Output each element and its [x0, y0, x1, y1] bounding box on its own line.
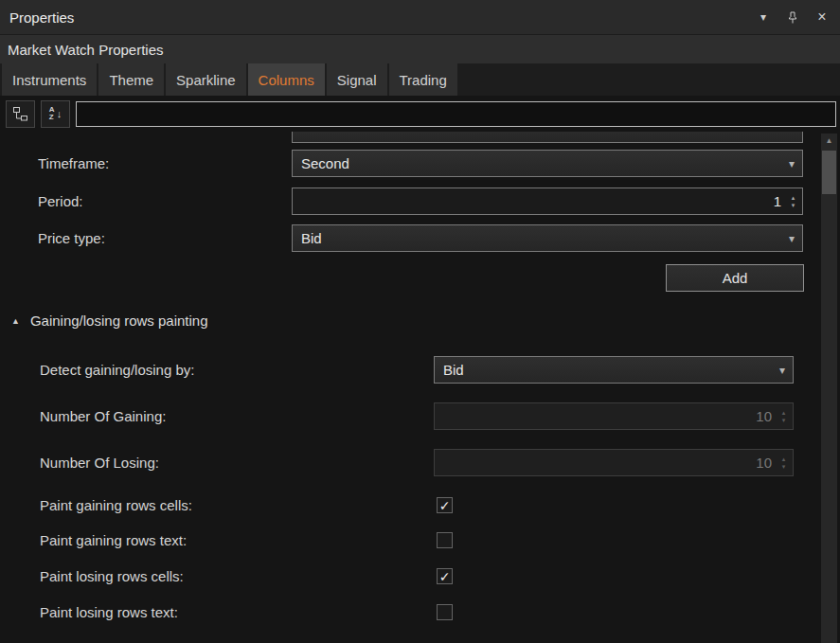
spinner-up-icon: ▴ — [782, 455, 786, 462]
detect-by-label: Detect gaining/losing by: — [40, 356, 194, 384]
spinner-down-icon[interactable]: ▾ — [792, 202, 795, 208]
period-input[interactable]: 1 ▴ ▾ — [292, 188, 803, 215]
price-type-select[interactable]: Bid ▾ — [292, 224, 803, 252]
paint-losing-cells-checkbox[interactable]: ✓ — [437, 568, 453, 584]
scroll-up-arrow[interactable]: ▲ — [821, 134, 837, 149]
check-icon: ✓ — [439, 499, 451, 512]
chevron-down-icon: ▾ — [789, 232, 795, 245]
number-of-gaining-value: 10 — [443, 408, 777, 424]
window-menu-icon[interactable]: ▾ — [757, 9, 770, 25]
toolbar: A Z ↓ — [0, 96, 840, 132]
panel-subtitle: Market Watch Properties — [8, 42, 164, 58]
spinner-down-icon: ▾ — [782, 463, 786, 470]
tree-icon — [12, 106, 28, 121]
tab-trading[interactable]: Trading — [389, 63, 457, 96]
paint-losing-text-label: Paint losing rows text: — [40, 598, 178, 626]
filter-input[interactable] — [76, 101, 836, 127]
scrollbar-thumb[interactable] — [822, 151, 836, 194]
tab-bar: Instruments Theme Sparkline Columns Sign… — [0, 63, 840, 96]
timeframe-select[interactable]: Second ▾ — [292, 150, 803, 177]
tab-columns[interactable]: Columns — [248, 63, 325, 96]
titlebar-buttons: ▾ × — [757, 9, 829, 25]
paint-gaining-text-checkbox[interactable]: ✓ — [437, 532, 453, 548]
window-title: Properties — [9, 9, 757, 26]
pin-icon[interactable] — [786, 9, 799, 25]
clipped-combobox[interactable] — [292, 132, 803, 143]
categorized-view-button[interactable] — [6, 100, 35, 128]
settings-content: Timeframe: Second ▾ Period: 1 ▴ ▾ Price … — [0, 132, 840, 643]
close-icon[interactable]: × — [815, 9, 829, 25]
price-type-label: Price type: — [38, 224, 105, 252]
section-gaining-losing-header[interactable]: ▲ Gaining/losing rows painting — [11, 313, 208, 329]
titlebar: Properties ▾ × — [0, 0, 840, 34]
collapse-icon: ▲ — [11, 316, 20, 326]
number-of-losing-input: 10 ▴ ▾ — [434, 449, 794, 476]
pin-glyph — [787, 11, 798, 24]
price-type-value: Bid — [301, 230, 779, 246]
paint-losing-text-checkbox[interactable]: ✓ — [437, 604, 453, 620]
detect-by-select[interactable]: Bid ▾ — [434, 356, 794, 384]
number-of-gaining-label: Number Of Gaining: — [40, 402, 166, 430]
paint-gaining-text-label: Paint gaining rows text: — [40, 527, 187, 554]
spinner-up-icon[interactable]: ▴ — [792, 194, 795, 201]
timeframe-value: Second — [301, 155, 779, 171]
paint-losing-cells-label: Paint losing rows cells: — [40, 563, 184, 590]
vertical-scrollbar[interactable]: ▲ — [821, 134, 837, 643]
section-title: Gaining/losing rows painting — [30, 313, 208, 329]
paint-gaining-cells-checkbox[interactable]: ✓ — [437, 497, 453, 513]
tab-instruments[interactable]: Instruments — [2, 63, 97, 96]
losing-spinner: ▴ ▾ — [777, 455, 791, 470]
tab-theme[interactable]: Theme — [98, 63, 164, 96]
timeframe-label: Timeframe: — [38, 150, 109, 177]
chevron-down-icon: ▾ — [789, 157, 795, 170]
sort-z-glyph: Z — [49, 114, 55, 121]
period-spinner: ▴ ▾ — [786, 194, 800, 208]
alphabetical-sort-button[interactable]: A Z ↓ — [41, 100, 70, 128]
properties-panel: Properties ▾ × Market Watch Properties I… — [0, 0, 840, 643]
detect-by-value: Bid — [443, 362, 770, 378]
period-value: 1 — [301, 193, 786, 209]
number-of-gaining-input: 10 ▴ ▾ — [434, 402, 794, 430]
subtitle-bar: Market Watch Properties — [0, 34, 840, 63]
sort-arrow-glyph: ↓ — [57, 108, 63, 119]
period-label: Period: — [38, 188, 83, 215]
number-of-losing-label: Number Of Losing: — [40, 449, 159, 476]
tab-sparkline[interactable]: Sparkline — [166, 63, 246, 96]
spinner-up-icon: ▴ — [782, 409, 786, 416]
gaining-spinner: ▴ ▾ — [777, 409, 791, 423]
number-of-losing-value: 10 — [443, 455, 777, 471]
check-icon: ✓ — [439, 570, 451, 583]
sort-az-icon: A Z ↓ — [49, 106, 62, 121]
chevron-down-icon: ▾ — [779, 364, 785, 377]
tab-signal[interactable]: Signal — [327, 63, 387, 96]
spinner-down-icon: ▾ — [782, 417, 786, 423]
paint-gaining-cells-label: Paint gaining rows cells: — [40, 491, 192, 519]
add-button[interactable]: Add — [666, 264, 804, 292]
